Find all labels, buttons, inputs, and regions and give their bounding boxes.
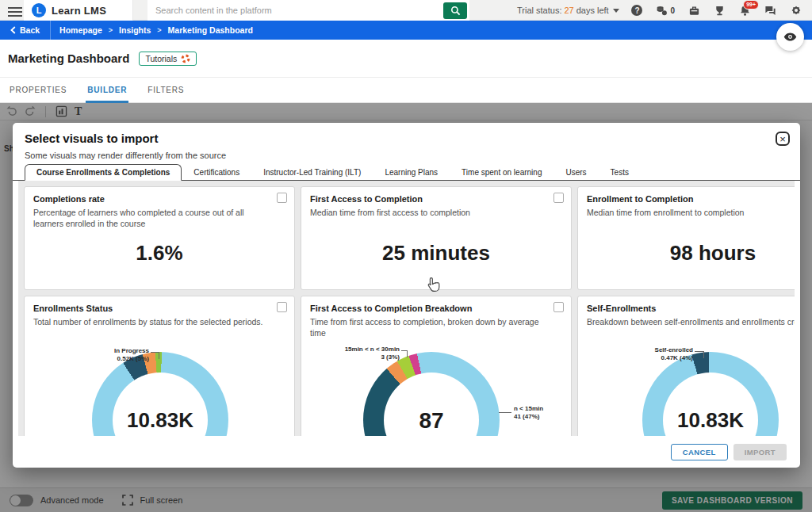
modal-tab-certifications[interactable]: Certifications [182,165,251,180]
search-button[interactable] [443,2,467,19]
modal-tab-learning-plans[interactable]: Learning Plans [373,165,450,180]
breadcrumb-insights[interactable]: Insights [119,25,151,35]
trial-status-prefix: Trial status: [517,6,561,15]
card-title: First Access to Completion Breakdown [310,304,562,313]
visual-card-enrollments-status: Enrollments Status Total number of enrol… [24,296,295,436]
modal-tab-users[interactable]: Users [553,165,598,180]
modal-tab-time-spent[interactable]: Time spent on learning [450,165,553,180]
callout-connector [499,412,511,413]
trophy-icon [714,5,726,17]
card-title: Enrollment to Completion [587,194,795,204]
notifications-button[interactable]: 99+ [739,5,751,17]
card-title: First Access to Completion [310,194,562,204]
catalog-button[interactable] [688,5,700,17]
donut-callout: 15min < n < 30min3 (3%) [317,346,400,362]
back-chevron-icon [10,26,16,34]
metric-value: 1.6% [25,241,294,266]
tab-properties[interactable]: PROPERTIES [8,78,68,102]
search-icon [450,6,461,16]
tutorials-badge[interactable]: Tutorials [139,52,197,66]
card-title: Self-Enrollments [587,304,795,313]
trial-days: 27 [564,6,573,15]
metric-value: 98 hours [578,241,795,266]
modal-footer: CANCEL IMPORT [13,436,800,468]
card-checkbox[interactable] [277,193,287,203]
coins-icon [656,5,668,17]
page-tab-bar: PROPERTIES BUILDER FILTERS [0,77,812,103]
card-description: Percentage of learners who completed a c… [33,207,285,229]
app-logo[interactable]: L Learn LMS [24,0,133,21]
breadcrumb-separator-icon: > [109,26,113,34]
help-icon: ? [631,5,642,16]
chevron-down-icon [613,9,619,13]
visuals-grid: Completions rate Percentage of learners … [18,181,795,436]
trial-status-suffix: days left [576,6,609,15]
back-button[interactable]: Back [0,21,51,40]
visual-card-first-access-to-completion: First Access to Completion Median time f… [301,186,572,290]
breadcrumb-homepage[interactable]: Homepage [59,25,102,35]
preview-eye-button[interactable] [776,23,804,51]
modal-subtitle: Some visuals may render differently from… [25,151,788,160]
card-description: Median time from first access to complet… [310,207,562,218]
modal-tab-bar: Course Enrollments & Completions Certifi… [13,163,800,181]
gamification-button[interactable] [714,5,726,17]
metric-value: 25 minutes [301,241,571,266]
tab-filters[interactable]: FILTERS [146,78,186,102]
logo-icon: L [32,3,46,17]
card-checkbox[interactable] [277,302,287,312]
modal-title: Select visuals to import [25,132,788,145]
donut-center-value: 10.83K [642,408,779,433]
help-button[interactable]: ? [631,5,642,16]
trial-status-dropdown[interactable]: Trial status: 27 days left [517,0,619,21]
hamburger-menu-icon[interactable] [8,5,22,16]
modal-header: Select visuals to import Some visuals ma… [13,123,800,163]
import-visuals-modal: Select visuals to import Some visuals ma… [13,123,800,468]
page-title: Marketing Dashboard [8,52,129,65]
donut-center-value: 10.83K [92,408,228,433]
modal-tab-tests[interactable]: Tests [599,165,641,180]
messages-button[interactable] [764,5,776,17]
callout-connector [695,351,704,358]
import-button[interactable]: IMPORT [733,444,787,460]
card-description: Total number of enrollments by status fo… [33,316,285,327]
tutorials-badge-label: Tutorials [145,54,177,63]
cancel-button[interactable]: CANCEL [671,444,728,460]
donut-center-value: 87 [363,408,500,434]
settings-button[interactable] [790,4,802,17]
notification-badge: 99+ [743,0,759,10]
callout-connector [151,352,159,359]
visual-card-completions-rate: Completions rate Percentage of learners … [24,186,295,290]
tab-builder[interactable]: BUILDER [86,78,128,102]
gear-icon [790,4,802,17]
card-checkbox[interactable] [553,302,564,312]
app-screen: L Learn LMS Trial status: 27 days left ?… [0,0,812,512]
card-title: Enrollments Status [33,304,285,313]
top-bar: L Learn LMS Trial status: 27 days left ?… [0,0,812,21]
modal-tab-course-enrollments[interactable]: Course Enrollments & Completions [25,164,182,181]
visual-card-self-enrollments: Self-Enrollments Breakdown between self-… [577,296,795,436]
coins-count: 0 [670,6,675,15]
card-description: Breakdown between self-enrollments and e… [587,316,795,327]
donut-callout: Self-enrolled0.47K (4%) [624,346,693,363]
life-ring-icon [181,54,190,63]
donut-callout: n < 15min41 (47%) [514,405,561,422]
eye-icon [783,30,797,44]
breadcrumb: Homepage > Insights > Marketing Dashboar… [51,25,253,35]
modal-tab-ilt[interactable]: Instructor-Led Training (ILT) [251,165,373,180]
chat-icon [764,5,776,17]
breadcrumb-current: Marketing Dashboard [168,25,253,35]
header-icon-row: ? 0 99+ [631,0,812,21]
card-title: Completions rate [33,194,285,204]
card-description: Median time from enrollment to completio… [587,207,795,218]
breadcrumb-separator-icon: > [157,26,161,34]
search-input[interactable] [147,6,443,15]
visual-card-enrollment-to-completion: Enrollment to Completion Median time fro… [577,186,795,290]
rewards-button[interactable]: 0 [656,5,675,17]
card-description: Time from first access to completion, br… [310,316,562,338]
visual-card-first-access-breakdown: First Access to Completion Breakdown Tim… [301,296,572,436]
basket-icon [688,5,700,17]
page-header: Marketing Dashboard Tutorials [0,40,812,77]
close-icon[interactable]: × [776,132,790,146]
back-label: Back [20,25,40,35]
card-checkbox[interactable] [553,193,564,203]
